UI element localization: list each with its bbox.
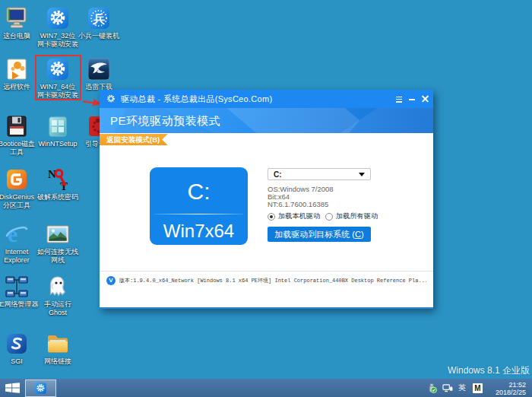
internet-explorer-icon	[5, 222, 29, 246]
version-text: 版本:1.9.4.0_x64_Network [Windows 8.1 x64 …	[119, 277, 426, 284]
desktop-icon-label: 小兵一键装机	[74, 32, 123, 40]
info-nt: NT:6.1.7600.16385	[268, 201, 334, 208]
desktop-icon-label: 手动运行 Ghost	[33, 300, 82, 316]
radio-unselected-icon	[325, 213, 333, 221]
ghost-icon	[46, 275, 70, 299]
language-indicator[interactable]: 英	[458, 383, 466, 393]
desktop-icon-network-link[interactable]: 网络链接	[33, 332, 82, 366]
network-status-icon[interactable]	[442, 383, 453, 393]
radio-label: 加载本机驱动	[278, 211, 320, 221]
status-bar: V 版本:1.9.4.0_x64_Network [Windows 8.1 x6…	[100, 271, 433, 290]
taskbar-clock[interactable]: 21:52 2018/2/25	[496, 380, 526, 396]
windows-logo-icon	[5, 383, 20, 393]
desktop-icon-wireless-help[interactable]: 如何连接无线 网线	[33, 222, 82, 264]
driver-app-window: 驱动总裁 - 系统总裁出品(SysCeo.Com) PE环境驱动预装模式 返回安…	[100, 90, 433, 309]
computer-icon	[5, 6, 29, 30]
thunder-icon	[87, 57, 111, 81]
remote-software-icon	[5, 57, 29, 81]
radio-selected-icon	[268, 213, 275, 221]
desktop-icon-password-crack[interactable]: 破解系统密码	[33, 167, 82, 202]
desktop-icon-label: 破解系统密码	[33, 193, 82, 202]
tab-row: 返回安装模式(B)	[100, 133, 433, 146]
load-drivers-button[interactable]: 加载驱动到目标系统 (C)	[268, 227, 371, 242]
close-icon[interactable]	[420, 94, 430, 104]
floppy-icon	[5, 114, 29, 138]
drive-tile-divider	[154, 214, 243, 214]
driver-gear-icon	[46, 6, 70, 30]
window-title: 驱动总裁 - 系统总裁出品(SysCeo.Com)	[121, 94, 272, 105]
desktop-icon-label: 如何连接无线 网线	[33, 248, 82, 264]
banner-title: PE环境驱动预装模式	[100, 108, 433, 133]
usb-safely-remove-icon[interactable]	[427, 383, 437, 393]
photo-icon	[46, 222, 70, 246]
drive-select-value: C:	[274, 170, 282, 179]
driver-gear-icon	[34, 382, 47, 395]
desktop-icon-label: 网络链接	[33, 357, 82, 366]
folder-icon	[46, 332, 70, 356]
menu-icon[interactable]	[394, 94, 404, 104]
chevron-down-icon	[359, 173, 365, 179]
network-manager-icon	[5, 275, 29, 299]
drive-tile[interactable]: C: Win7x64	[150, 167, 248, 245]
desktop-icon-ghost[interactable]: 手动运行 Ghost	[33, 275, 82, 316]
drive-select[interactable]: C:	[268, 168, 371, 180]
app-gear-icon	[106, 94, 116, 104]
version-badge-icon: V	[106, 276, 116, 285]
password-key-icon	[46, 167, 70, 192]
window-content: C: Win7x64 C: OS:Windows 7/2008 Bit:x64 …	[100, 146, 433, 290]
sgi-icon	[5, 332, 29, 356]
window-banner: PE环境驱动预装模式	[100, 108, 433, 133]
radio-label: 加载所有驱动	[336, 211, 378, 221]
annotation-highlight-box	[35, 55, 81, 100]
taskbar-app-driver[interactable]	[25, 380, 56, 397]
start-button[interactable]	[0, 379, 25, 397]
desktop-icon-xiaobing[interactable]: 小兵一键装机	[74, 6, 123, 40]
windows-edition-watermark: Windows 8.1 企业版	[448, 364, 530, 377]
ime-indicator[interactable]: M	[473, 383, 483, 393]
back-to-install-mode-tab[interactable]: 返回安装模式(B)	[100, 134, 168, 145]
xiaobing-icon	[87, 6, 111, 30]
clock-date: 2018/2/25	[496, 389, 526, 396]
winntsetup-icon	[46, 114, 70, 138]
radio-load-all-drivers[interactable]: 加载所有驱动	[325, 211, 378, 221]
window-titlebar[interactable]: 驱动总裁 - 系统总裁出品(SysCeo.Com)	[100, 90, 433, 108]
drive-os-name: Win7x64	[150, 221, 248, 241]
taskbar: 英 M 21:52 2018/2/25	[0, 379, 532, 397]
driver-load-options: 加载本机驱动 加载所有驱动	[268, 211, 458, 221]
diskgenius-icon	[5, 167, 29, 192]
radio-load-local-drivers[interactable]: 加载本机驱动	[268, 211, 320, 221]
system-tray: 英 M 21:52 2018/2/25	[427, 379, 532, 397]
drive-letter: C:	[150, 180, 248, 203]
desktop-icon-thunder[interactable]: 迅雷下载	[74, 57, 123, 91]
clock-time: 21:52	[496, 381, 526, 389]
minimize-icon[interactable]	[407, 94, 417, 104]
system-info: OS:Windows 7/2008 Bit:x64 NT:6.1.7600.16…	[268, 186, 334, 208]
